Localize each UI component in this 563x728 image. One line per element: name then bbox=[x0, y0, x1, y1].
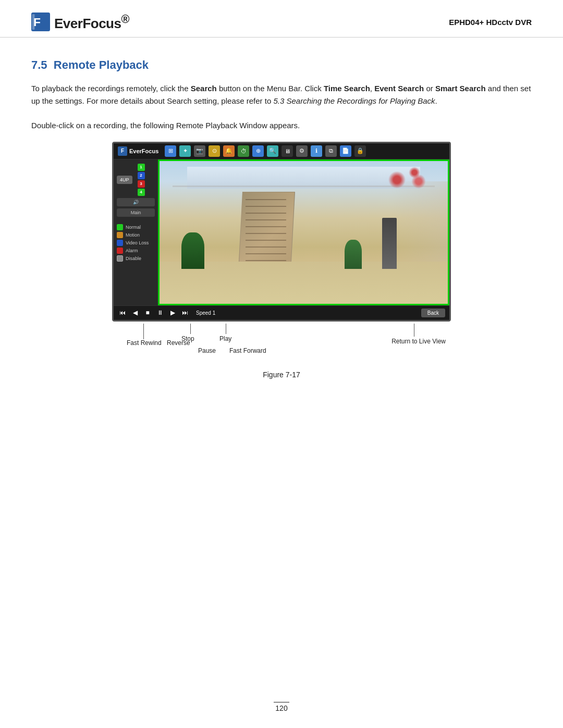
ann-line-fast-rewind bbox=[143, 324, 144, 339]
dvr-sidebar: 4UP 1 2 3 4 🔊 Main bbox=[114, 159, 158, 305]
dvr-video bbox=[158, 159, 449, 305]
legend-alarm-dot bbox=[117, 248, 123, 254]
dvr-logo-text: EverFocus bbox=[129, 148, 158, 154]
dvr-icon-lock[interactable]: 🔒 bbox=[354, 145, 366, 157]
speed-text: Speed 1 bbox=[196, 310, 215, 316]
dvr-icon-monitor[interactable]: 🖥 bbox=[282, 145, 293, 157]
ann-label-play: Play bbox=[219, 335, 231, 342]
fast-rewind-btn[interactable]: ⏮ bbox=[118, 309, 127, 316]
legend-motion: Motion bbox=[117, 232, 155, 238]
body-paragraph-1: To playback the recordings remotely, cli… bbox=[31, 82, 532, 108]
legend-normal: Normal bbox=[117, 224, 155, 230]
audio-btn[interactable]: 🔊 bbox=[117, 198, 155, 206]
legend-motion-label: Motion bbox=[126, 232, 140, 238]
product-title: EPHD04+ HDcctv DVR bbox=[449, 18, 532, 27]
svg-rect-2 bbox=[32, 15, 35, 30]
section-heading: 7.5 Remote Playback bbox=[31, 58, 532, 72]
dvr-icon-globe[interactable]: ⊙ bbox=[209, 145, 220, 157]
dvr-screen: F EverFocus ⊞ ✦ 📷 ⊙ 🔔 ⏱ ⊕ 🔍 🖥 ⚙ ℹ ⧉ 📄 🔒 bbox=[112, 142, 451, 322]
reverse-btn[interactable]: ◀ bbox=[130, 309, 140, 316]
legend-motion-dot bbox=[117, 232, 123, 238]
legend-disable-dot bbox=[117, 255, 123, 262]
legend-disable-label: Disable bbox=[126, 256, 141, 261]
dvr-icon-info[interactable]: ℹ bbox=[311, 145, 322, 157]
cam-numbers: 1 2 3 4 bbox=[138, 164, 145, 196]
figure-caption: Figure 7-17 bbox=[263, 371, 300, 379]
dvr-icon-tools[interactable]: ✦ bbox=[179, 145, 191, 157]
legend-videoloss-dot bbox=[117, 240, 123, 246]
legend-alarm: Alarm bbox=[117, 248, 155, 254]
dvr-main: 4UP 1 2 3 4 🔊 Main bbox=[114, 159, 449, 305]
ann-label-return: Return to Live View bbox=[391, 338, 446, 345]
logo: F EverFocus® bbox=[31, 13, 129, 32]
legend-videoloss-label: Video Loss bbox=[126, 240, 149, 245]
mall-background bbox=[158, 159, 449, 305]
cam-4[interactable]: 4 bbox=[138, 189, 145, 196]
dvr-icon-bell[interactable]: 🔔 bbox=[223, 145, 235, 157]
ann-label-fast-forward: Fast Forward bbox=[229, 347, 266, 354]
ann-label-fast-rewind: Fast Rewind bbox=[127, 339, 162, 347]
logo-text: EverFocus® bbox=[54, 13, 129, 32]
cam-3[interactable]: 3 bbox=[138, 180, 145, 188]
ann-line-play bbox=[226, 324, 226, 334]
ann-label-reverse: Reverse bbox=[167, 339, 190, 347]
page-content: 7.5 Remote Playback To playback the reco… bbox=[0, 38, 563, 405]
legend-normal-label: Normal bbox=[126, 225, 141, 230]
cam-1[interactable]: 1 bbox=[138, 164, 145, 171]
back-button[interactable]: Back bbox=[421, 309, 445, 317]
dvr-icon-clock[interactable]: ⏱ bbox=[238, 145, 249, 157]
legend-section: Normal Motion Video Loss Alarm bbox=[117, 224, 155, 263]
page-number-section: 120 bbox=[274, 702, 289, 712]
body-paragraph-2: Double-click on a recording, the followi… bbox=[31, 119, 532, 132]
play-btn[interactable]: ▶ bbox=[168, 309, 177, 316]
dvr-logo-icon: F bbox=[118, 146, 127, 156]
screenshot-wrapper: F EverFocus ⊞ ✦ 📷 ⊙ 🔔 ⏱ ⊕ 🔍 🖥 ⚙ ℹ ⧉ 📄 🔒 bbox=[31, 142, 532, 379]
everfocus-logo-icon: F bbox=[31, 13, 50, 31]
dvr-icon-network[interactable]: ⊕ bbox=[252, 145, 264, 157]
dvr-icon-cam[interactable]: 📷 bbox=[194, 145, 205, 157]
dvr-topbar: F EverFocus ⊞ ✦ 📷 ⊙ 🔔 ⏱ ⊕ 🔍 🖥 ⚙ ℹ ⧉ 📄 🔒 bbox=[114, 143, 449, 159]
ann-label-pause: Pause bbox=[198, 347, 216, 354]
dvr-icon-gear[interactable]: ⚙ bbox=[296, 145, 308, 157]
layout-btn[interactable]: 4UP bbox=[117, 176, 132, 184]
dvr-logo: F EverFocus bbox=[118, 146, 158, 156]
page-number-line bbox=[274, 702, 289, 702]
legend-videoloss: Video Loss bbox=[117, 240, 155, 246]
dvr-icon-copy[interactable]: ⧉ bbox=[325, 145, 337, 157]
stop-btn[interactable]: ■ bbox=[143, 309, 152, 316]
dvr-icon-file[interactable]: 📄 bbox=[340, 145, 351, 157]
ann-line-stop bbox=[190, 324, 191, 334]
legend-normal-dot bbox=[117, 224, 123, 230]
legend-disable: Disable bbox=[117, 255, 155, 262]
ann-line-return bbox=[414, 324, 414, 337]
page-header: F EverFocus® EPHD04+ HDcctv DVR bbox=[0, 0, 563, 38]
fast-forward-btn[interactable]: ⏭ bbox=[180, 309, 190, 316]
dvr-icon-view[interactable]: ⊞ bbox=[165, 145, 176, 157]
main-btn[interactable]: Main bbox=[117, 208, 155, 217]
dvr-icon-search[interactable]: 🔍 bbox=[267, 145, 278, 157]
pause-btn[interactable]: ⏸ bbox=[155, 309, 165, 316]
annotations: Fast Rewind Stop Play Reverse Pause Fast… bbox=[112, 324, 451, 365]
dvr-bottombar: ⏮ ◀ ■ ⏸ ▶ ⏭ Speed 1 Back bbox=[114, 305, 449, 320]
page-number: 120 bbox=[275, 704, 287, 712]
cam-2[interactable]: 2 bbox=[138, 172, 145, 179]
legend-alarm-label: Alarm bbox=[126, 248, 138, 253]
